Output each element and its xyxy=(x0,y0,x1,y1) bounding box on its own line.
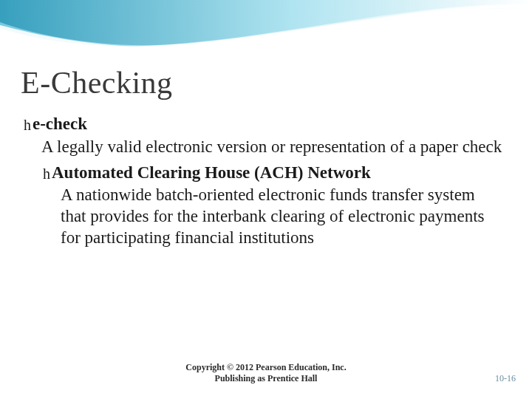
bullet-glyph-icon: h xyxy=(43,165,50,183)
definition-text: A legally valid electronic version or re… xyxy=(41,137,502,158)
bullet-level-2: hAutomated Clearing House (ACH) Network … xyxy=(43,163,502,249)
term-text: e-check xyxy=(33,115,87,133)
slide-body: he-check A legally valid electronic vers… xyxy=(21,114,502,249)
bullet-glyph-icon: h xyxy=(24,116,31,134)
slide: E-Checking he-check A legally valid elec… xyxy=(0,0,532,399)
bullet-level-1: he-check A legally valid electronic vers… xyxy=(24,114,502,158)
copyright-line-1: Copyright © 2012 Pearson Education, Inc. xyxy=(185,362,346,372)
copyright-line-2: Publishing as Prentice Hall xyxy=(215,373,318,383)
page-number: 10-16 xyxy=(495,373,516,384)
copyright-footer: Copyright © 2012 Pearson Education, Inc.… xyxy=(0,362,532,384)
definition-text: A nationwide batch-oriented electronic f… xyxy=(61,185,502,248)
slide-title: E-Checking xyxy=(21,65,502,100)
term-text: Automated Clearing House (ACH) Network xyxy=(52,163,371,182)
